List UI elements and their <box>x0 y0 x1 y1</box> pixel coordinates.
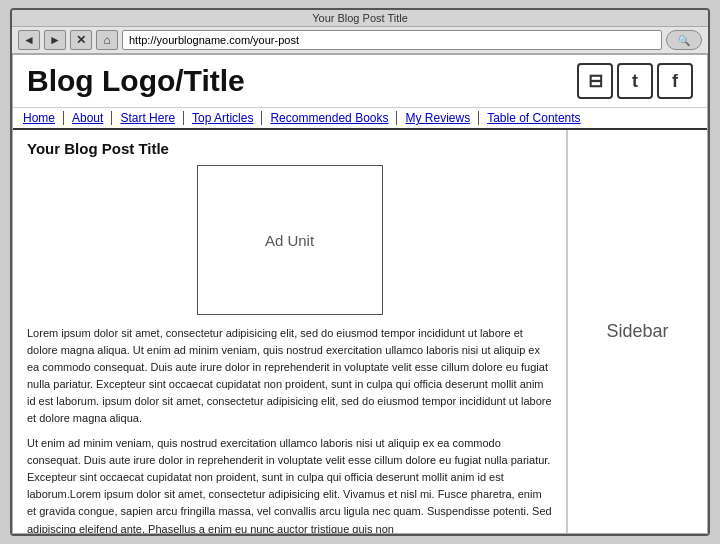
nav-recommended-books[interactable]: Recommended Books <box>262 111 397 125</box>
nav-start-here[interactable]: Start Here <box>112 111 184 125</box>
main-content-area: Your Blog Post Title Ad Unit Lorem ipsum… <box>13 130 567 533</box>
lorem-paragraph-2: Ut enim ad minim veniam, quis nostrud ex… <box>27 435 552 533</box>
title-bar: Your Blog Post Title <box>12 10 708 27</box>
search-button[interactable]: 🔍 <box>666 30 702 50</box>
forward-button[interactable]: ► <box>44 30 66 50</box>
site-header: Blog Logo/Title ⊟ t f <box>13 55 707 108</box>
sidebar: Sidebar <box>567 130 707 533</box>
nav-my-reviews[interactable]: My Reviews <box>397 111 479 125</box>
twitter-icon[interactable]: t <box>617 63 653 99</box>
main-layout: Your Blog Post Title Ad Unit Lorem ipsum… <box>13 130 707 533</box>
rss-icon[interactable]: ⊟ <box>577 63 613 99</box>
nav-top-articles[interactable]: Top Articles <box>184 111 262 125</box>
back-button[interactable]: ◄ <box>18 30 40 50</box>
ad-unit: Ad Unit <box>197 165 383 315</box>
nav-table-of-contents[interactable]: Table of Contents <box>479 111 588 125</box>
header-icons: ⊟ t f <box>577 63 693 99</box>
browser-window: Your Blog Post Title ◄ ► ✕ ⌂ 🔍 Blog Logo… <box>10 8 710 536</box>
page-content: Blog Logo/Title ⊟ t f Home About Start H… <box>12 54 708 534</box>
browser-title: Your Blog Post Title <box>312 12 408 24</box>
address-bar[interactable] <box>122 30 662 50</box>
site-nav: Home About Start Here Top Articles Recom… <box>13 108 707 130</box>
nav-home[interactable]: Home <box>23 111 64 125</box>
sidebar-label: Sidebar <box>606 321 668 342</box>
home-button[interactable]: ⌂ <box>96 30 118 50</box>
post-title: Your Blog Post Title <box>27 140 552 157</box>
facebook-icon[interactable]: f <box>657 63 693 99</box>
lorem-paragraph-1: Lorem ipsum dolor sit amet, consectetur … <box>27 325 552 427</box>
nav-about[interactable]: About <box>64 111 112 125</box>
stop-button[interactable]: ✕ <box>70 30 92 50</box>
nav-bar: ◄ ► ✕ ⌂ 🔍 <box>12 27 708 54</box>
site-logo: Blog Logo/Title <box>27 64 245 98</box>
